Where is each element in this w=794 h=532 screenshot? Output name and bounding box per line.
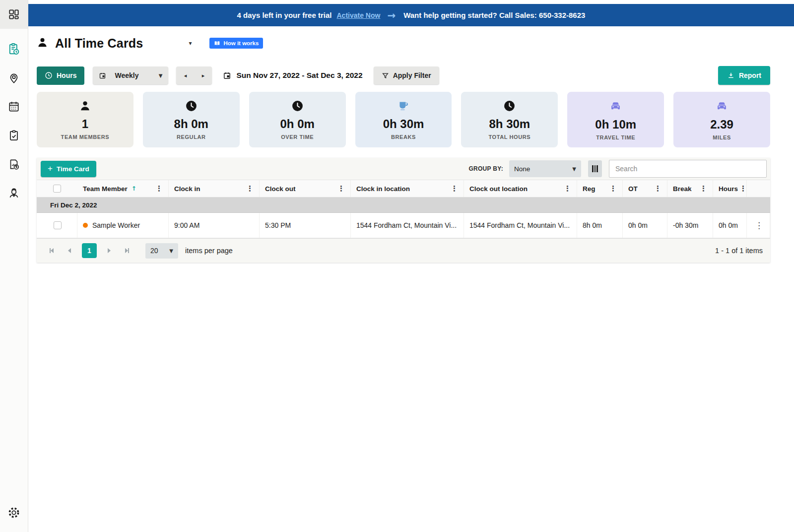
cell-break: -0h 30m bbox=[667, 213, 713, 238]
sidebar bbox=[0, 0, 28, 532]
page-header: All Time Cards ▾ How it works bbox=[37, 34, 263, 53]
sidebar-item-forms[interactable] bbox=[0, 121, 28, 150]
column-header-reg[interactable]: Reg ⋮ bbox=[577, 180, 623, 197]
cell-reg: 8h 0m bbox=[577, 213, 623, 238]
report-button[interactable]: Report bbox=[718, 66, 770, 85]
location-pin-icon bbox=[7, 71, 20, 84]
stat-label: TRAVEL TIME bbox=[596, 134, 635, 140]
status-dot-icon bbox=[83, 223, 88, 228]
sidebar-item-schedule[interactable] bbox=[0, 92, 28, 121]
prev-week-button[interactable]: ◂ bbox=[176, 72, 194, 79]
column-header-clock-in[interactable]: Clock in ⋮ bbox=[169, 180, 260, 197]
stat-overtime: 0h 0m OVER TIME bbox=[249, 92, 346, 147]
columns-button[interactable] bbox=[588, 160, 602, 177]
search-input[interactable] bbox=[609, 160, 767, 178]
prev-page-button[interactable] bbox=[62, 243, 77, 258]
date-range-label: Sun Nov 27, 2022 - Sat Dec 3, 2022 bbox=[236, 71, 362, 80]
add-time-card-button[interactable]: + Time Card bbox=[41, 161, 96, 177]
sidebar-item-location[interactable] bbox=[0, 64, 28, 92]
sidebar-item-settings[interactable] bbox=[0, 498, 28, 527]
group-by-label: GROUP BY: bbox=[468, 165, 503, 172]
column-header-break[interactable]: Break ⋮ bbox=[667, 180, 713, 197]
clock-icon bbox=[503, 100, 516, 114]
group-by-value: None bbox=[514, 165, 530, 173]
calendar-icon bbox=[7, 100, 20, 113]
trial-text: 4 days left in your free trial bbox=[237, 11, 332, 19]
column-menu-icon[interactable]: ⋮ bbox=[562, 185, 573, 193]
period-select[interactable]: Weekly ▼ bbox=[93, 66, 168, 84]
column-header-hours[interactable]: Hours ⋮ bbox=[713, 180, 747, 197]
stat-breaks: 0h 30m BREAKS bbox=[355, 92, 452, 147]
column-header-clock-out[interactable]: Clock out ⋮ bbox=[260, 180, 351, 197]
calendar-icon bbox=[223, 71, 231, 80]
column-menu-icon[interactable]: ⋮ bbox=[336, 185, 346, 193]
stat-label: OVER TIME bbox=[281, 134, 314, 140]
cell-hours: 0h 0m bbox=[713, 213, 747, 238]
car-icon bbox=[609, 99, 622, 115]
date-nav: ◂ ▸ bbox=[176, 66, 212, 84]
add-time-card-label: Time Card bbox=[57, 165, 89, 173]
stat-team-members: 1 TEAM MEMBERS bbox=[37, 92, 133, 147]
filters-toolbar: Hours Weekly ▼ ◂ ▸ Sun Nov 27, 2022 - Sa… bbox=[37, 66, 770, 85]
column-menu-icon[interactable]: ⋮ bbox=[608, 185, 618, 193]
sidebar-item-workers[interactable] bbox=[0, 179, 28, 207]
apply-filter-button[interactable]: Apply Filter bbox=[374, 66, 439, 84]
column-header-clock-out-location[interactable]: Clock out location ⋮ bbox=[464, 180, 577, 197]
page-size-select[interactable]: 20 ▼ bbox=[145, 243, 178, 259]
next-week-button[interactable]: ▸ bbox=[194, 72, 212, 79]
chevron-down-icon: ▼ bbox=[572, 166, 576, 172]
filter-icon bbox=[382, 72, 389, 79]
book-icon bbox=[214, 40, 220, 47]
activate-now-link[interactable]: Activate Now bbox=[336, 11, 380, 19]
chevron-down-icon: ▼ bbox=[169, 248, 173, 254]
stat-miles: 2.39 MILES bbox=[673, 92, 770, 147]
sidebar-item-dashboard[interactable] bbox=[0, 0, 28, 29]
person-icon bbox=[79, 100, 91, 114]
table-row[interactable]: Sample Worker 9:00 AM 5:30 PM 1544 Fordh… bbox=[37, 213, 770, 238]
first-page-button[interactable] bbox=[44, 243, 59, 258]
sales-help-text: Want help getting started? Call Sales: 6… bbox=[403, 11, 585, 19]
how-it-works-button[interactable]: How it works bbox=[209, 38, 263, 49]
column-menu-icon[interactable]: ⋮ bbox=[154, 185, 164, 193]
gear-icon bbox=[7, 506, 20, 519]
cell-team-member: Sample Worker bbox=[77, 213, 169, 238]
stat-value: 0h 10m bbox=[595, 118, 636, 132]
person-icon bbox=[37, 37, 48, 50]
items-per-page-label: items per page bbox=[185, 247, 233, 255]
hours-button[interactable]: Hours bbox=[37, 66, 84, 85]
date-range[interactable]: Sun Nov 27, 2022 - Sat Dec 3, 2022 bbox=[223, 71, 362, 80]
column-menu-icon[interactable]: ⋮ bbox=[653, 185, 663, 193]
select-all-checkbox[interactable] bbox=[53, 185, 61, 193]
group-row-label: Fri Dec 2, 2022 bbox=[50, 201, 97, 209]
sidebar-item-time-clock[interactable] bbox=[0, 35, 28, 64]
column-menu-icon[interactable]: ⋮ bbox=[245, 185, 255, 193]
sidebar-item-payroll[interactable] bbox=[0, 150, 28, 179]
chevron-down-icon: ▼ bbox=[159, 73, 163, 78]
clock-icon bbox=[45, 71, 53, 79]
pagination-range-label: 1 - 1 of 1 items bbox=[715, 247, 763, 255]
current-page-button[interactable]: 1 bbox=[82, 243, 97, 258]
time-clock-icon bbox=[7, 42, 21, 56]
last-page-button[interactable] bbox=[120, 243, 134, 258]
worker-icon bbox=[7, 187, 20, 200]
stat-value: 2.39 bbox=[710, 118, 733, 132]
column-menu-icon[interactable]: ⋮ bbox=[449, 185, 460, 193]
clock-icon bbox=[185, 100, 198, 114]
stat-travel-time: 0h 10m TRAVEL TIME bbox=[567, 92, 664, 147]
car-icon bbox=[715, 99, 728, 115]
plus-icon: + bbox=[48, 164, 53, 174]
row-checkbox[interactable] bbox=[54, 221, 62, 229]
stat-label: TOTAL HOURS bbox=[488, 134, 530, 140]
stat-label: BREAKS bbox=[391, 134, 416, 140]
column-header-clock-in-location[interactable]: Clock in location ⋮ bbox=[351, 180, 464, 197]
column-menu-icon[interactable]: ⋮ bbox=[698, 185, 709, 193]
group-by-select[interactable]: None ▼ bbox=[509, 160, 581, 177]
column-header-ot[interactable]: OT ⋮ bbox=[623, 180, 667, 197]
next-page-button[interactable] bbox=[102, 243, 117, 258]
column-header-team-member[interactable]: Team Member ↑ ⋮ bbox=[77, 180, 169, 197]
row-menu-icon[interactable]: ⋮ bbox=[753, 221, 765, 230]
pagination-bar: 1 20 ▼ items per page 1 - 1 of 1 items bbox=[37, 238, 770, 263]
sort-asc-icon[interactable]: ↑ bbox=[132, 185, 136, 192]
page-size-value: 20 bbox=[150, 247, 158, 255]
title-dropdown-caret[interactable]: ▾ bbox=[189, 40, 192, 47]
